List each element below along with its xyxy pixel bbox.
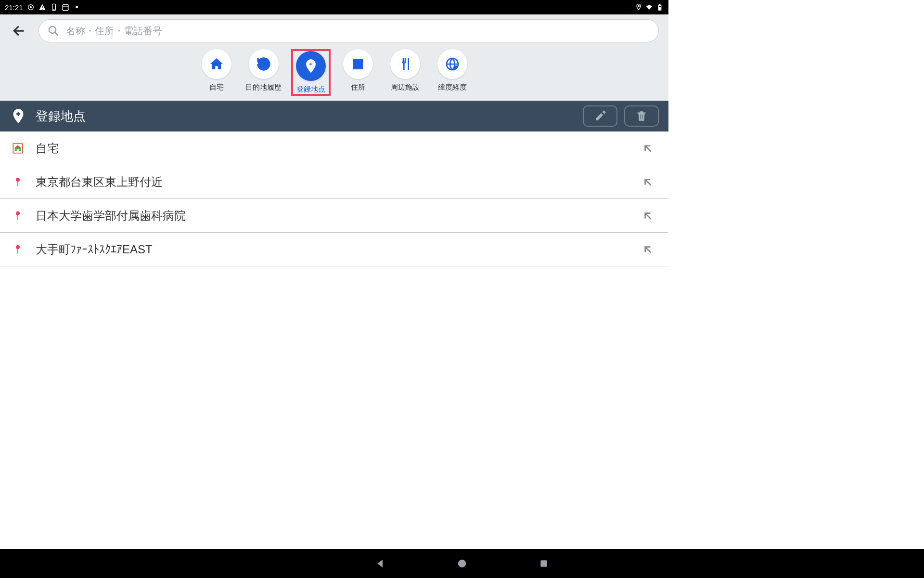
wifi-icon bbox=[645, 3, 653, 11]
header-area: 自宅 目的地履歴 登録地点 住所 周辺施設 緯度経度 bbox=[0, 14, 668, 101]
battery-icon bbox=[656, 3, 664, 11]
warning-icon bbox=[38, 3, 46, 11]
svg-point-18 bbox=[16, 245, 20, 249]
arrow-upleft-icon bbox=[642, 243, 654, 256]
back-button[interactable] bbox=[10, 21, 29, 40]
saved-pin-icon bbox=[303, 58, 319, 74]
list-item-label: 大手町ﾌｧｰｽﾄｽｸｴｱEAST bbox=[36, 242, 642, 257]
pin-icon bbox=[11, 209, 25, 223]
section-bar: 登録地点 bbox=[0, 101, 668, 131]
svg-point-0 bbox=[30, 6, 32, 8]
target-icon bbox=[27, 3, 35, 11]
globe-icon bbox=[445, 56, 460, 72]
svg-rect-19 bbox=[17, 249, 18, 253]
category-label: 目的地履歴 bbox=[245, 83, 282, 92]
category-label: 住所 bbox=[351, 83, 365, 92]
arrow-upleft-icon bbox=[642, 142, 654, 155]
arrow-upleft-icon bbox=[642, 210, 654, 222]
list-item-label: 東京都台東区東上野付近 bbox=[36, 174, 642, 190]
status-bar: 21:21 • bbox=[0, 0, 668, 14]
search-bar[interactable] bbox=[38, 19, 659, 42]
category-history[interactable]: 目的地履歴 bbox=[244, 49, 283, 96]
trash-icon bbox=[635, 110, 648, 122]
dot-icon: • bbox=[73, 3, 81, 11]
calendar-icon bbox=[62, 3, 69, 11]
edit-button[interactable] bbox=[583, 105, 617, 127]
location-icon bbox=[635, 3, 642, 11]
category-saved[interactable]: 登録地点 bbox=[291, 49, 331, 96]
list-item[interactable]: 東京都台東区東上野付近 bbox=[0, 165, 668, 199]
category-latlng[interactable]: 緯度経度 bbox=[433, 49, 472, 96]
list-item[interactable]: 日本大学歯学部付属歯科病院 bbox=[0, 199, 668, 233]
delete-button[interactable] bbox=[624, 105, 659, 127]
svg-rect-15 bbox=[17, 181, 18, 186]
category-label: 登録地点 bbox=[296, 85, 325, 94]
nearby-icon bbox=[398, 56, 413, 72]
category-label: 緯度経度 bbox=[438, 83, 467, 92]
svg-point-9 bbox=[49, 26, 56, 33]
section-title: 登録地点 bbox=[36, 108, 86, 125]
pin-icon bbox=[11, 242, 25, 257]
arrow-left-icon bbox=[12, 23, 27, 39]
list-item[interactable]: 大手町ﾌｧｰｽﾄｽｸｴｱEAST bbox=[0, 233, 668, 266]
list-item-label: 日本大学歯学部付属歯科病院 bbox=[36, 208, 642, 223]
category-label: 自宅 bbox=[209, 83, 224, 92]
status-time: 21:21 bbox=[5, 3, 23, 12]
list-item-label: 自宅 bbox=[36, 141, 642, 156]
list-item[interactable]: 自宅 bbox=[0, 131, 668, 165]
svg-line-10 bbox=[55, 32, 58, 35]
pencil-icon bbox=[594, 110, 606, 122]
search-icon bbox=[48, 25, 59, 37]
svg-rect-4 bbox=[63, 5, 68, 11]
category-home[interactable]: 自宅 bbox=[197, 49, 236, 96]
category-row: 自宅 目的地履歴 登録地点 住所 周辺施設 緯度経度 bbox=[10, 42, 659, 101]
svg-rect-17 bbox=[17, 215, 18, 220]
history-icon bbox=[256, 56, 271, 72]
arrow-upleft-icon bbox=[642, 176, 654, 188]
home-marker-icon bbox=[11, 141, 25, 156]
category-nearby[interactable]: 周辺施設 bbox=[385, 49, 425, 96]
category-label: 周辺施設 bbox=[391, 83, 420, 92]
section-pin-icon bbox=[10, 107, 27, 125]
category-address[interactable]: 住所 bbox=[338, 49, 378, 96]
saved-list: 自宅 東京都台東区東上野付近 日本大学歯学部付属歯科病院 大手町ﾌｧｰｽﾄｽｸｴ… bbox=[0, 131, 668, 266]
phone-icon bbox=[50, 3, 58, 11]
svg-point-14 bbox=[16, 177, 20, 181]
address-icon bbox=[350, 56, 366, 72]
home-icon bbox=[209, 56, 224, 72]
svg-rect-8 bbox=[659, 7, 661, 10]
pin-icon bbox=[11, 175, 25, 189]
svg-point-16 bbox=[16, 211, 20, 215]
svg-point-12 bbox=[453, 66, 457, 69]
search-input[interactable] bbox=[66, 26, 650, 37]
